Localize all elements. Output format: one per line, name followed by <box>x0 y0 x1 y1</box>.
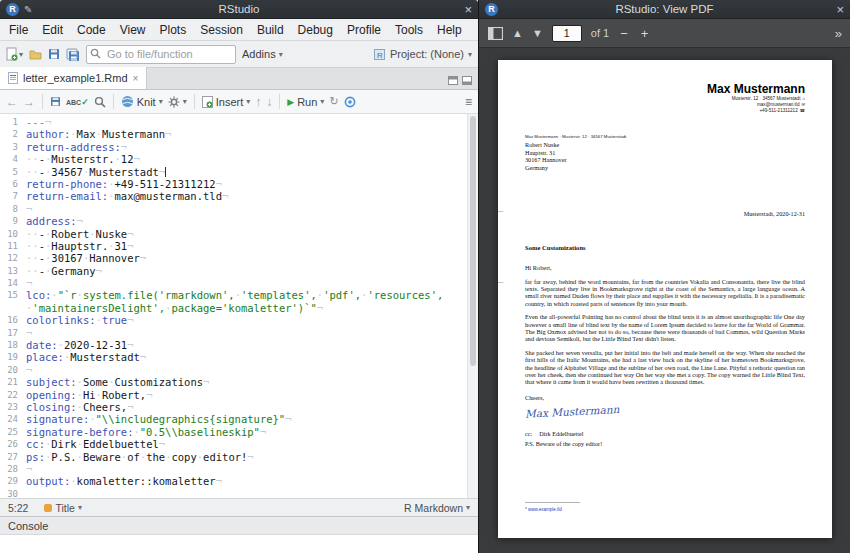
tab-letter-example1[interactable]: letter_example1.Rmd × <box>0 67 147 89</box>
insert-chunk-button[interactable]: Insert ▾ <box>202 96 251 108</box>
save-doc-button[interactable] <box>50 96 61 107</box>
code-text: colorlinks:·true¬ <box>26 314 134 326</box>
rmd-file-icon <box>8 72 18 84</box>
menu-help[interactable]: Help <box>430 23 469 37</box>
more-tools-icon[interactable]: » <box>835 26 841 41</box>
menu-code[interactable]: Code <box>70 23 113 37</box>
new-file-button[interactable]: ▾ <box>6 47 23 61</box>
magnifier-icon <box>94 96 106 108</box>
open-file-button[interactable] <box>29 49 42 60</box>
knit-button[interactable]: Knit ▾ <box>121 95 163 108</box>
zoom-in-button[interactable]: + <box>639 26 651 41</box>
code-text: ¬ <box>26 364 32 376</box>
code-line: 9address:¬ <box>0 215 467 227</box>
settings-button[interactable]: ▾ <box>168 96 187 108</box>
line-number: 28 <box>0 463 26 475</box>
close-pdf-window-button[interactable]: × <box>836 3 844 16</box>
minimize-pane-icon[interactable] <box>448 76 458 85</box>
editor-tabbar: letter_example1.Rmd × <box>0 68 478 90</box>
line-number: 7 <box>0 190 26 202</box>
cc-value: Dirk Eddelbuettel <box>539 430 583 437</box>
menu-debug[interactable]: Debug <box>291 23 340 37</box>
page-number-input[interactable] <box>552 25 582 42</box>
menu-tools[interactable]: Tools <box>388 23 430 37</box>
console-body[interactable] <box>0 535 478 553</box>
letter-footnote: * www.example.tld <box>525 502 580 513</box>
line-number: 8 <box>0 203 26 215</box>
spellcheck-button[interactable]: ABC✓ <box>66 97 89 107</box>
code-text: ··-·30167·Hannover¬ <box>26 252 146 264</box>
code-text: ··-·Germany¬ <box>26 265 102 277</box>
scrollbar-thumb[interactable] <box>470 116 476 366</box>
line-number: 17 <box>0 327 26 339</box>
fold-mark <box>498 282 504 283</box>
publish-button[interactable] <box>344 96 356 108</box>
folder-icon <box>29 49 42 60</box>
cc-label: cc: <box>525 430 532 437</box>
back-icon[interactable]: ← <box>6 95 18 109</box>
zoom-out-button[interactable]: − <box>618 26 630 41</box>
goto-file-search[interactable] <box>86 44 236 64</box>
code-line: 4··-·Musterstr.·12¬ <box>0 153 467 165</box>
recipient-line: Hauptstr. 31 <box>525 149 805 157</box>
next-chunk-icon[interactable]: ↓ <box>266 95 272 109</box>
menu-view[interactable]: View <box>113 23 153 37</box>
section-navigator[interactable]: Title ▾ <box>44 502 81 514</box>
section-icon <box>44 504 52 512</box>
menu-plots[interactable]: Plots <box>153 23 194 37</box>
code-text: signature:·"\\includegraphics{signature}… <box>26 413 292 425</box>
insert-label: Insert <box>216 96 244 108</box>
editor-scrollbar[interactable] <box>467 114 478 498</box>
console-header[interactable]: Console <box>0 516 478 535</box>
tab-close-icon[interactable]: × <box>133 73 139 84</box>
forward-icon[interactable]: → <box>23 95 35 109</box>
letter-ps-line: P.S. Beware of the copy editor! <box>525 440 805 448</box>
line-number: 9 <box>0 215 26 227</box>
code-text: ps:·P.S.·Beware·of·the·copy·editor!¬ <box>26 451 254 463</box>
find-replace-button[interactable] <box>94 96 106 108</box>
menu-file[interactable]: File <box>2 23 35 37</box>
save-all-button[interactable] <box>66 48 80 61</box>
letter-body: far far away, behind the word mountains,… <box>525 278 805 386</box>
maximize-pane-icon[interactable] <box>462 76 472 85</box>
rerun-icon[interactable]: ↻ <box>329 95 338 108</box>
section-label: Title <box>55 502 74 514</box>
addins-button[interactable]: Addins ▾ <box>242 48 283 60</box>
code-editor[interactable]: 1---¬2author:·Max·Mustermann¬3return-add… <box>0 114 478 498</box>
previous-page-icon[interactable]: ▲ <box>512 27 523 39</box>
pencil-icon: ✎ <box>24 4 32 15</box>
toggle-sidebar-icon[interactable] <box>488 27 503 40</box>
prev-chunk-icon[interactable]: ↑ <box>255 95 261 109</box>
page-count-label: of 1 <box>591 27 609 39</box>
project-selector[interactable]: R Project: (None) ▾ <box>373 48 472 61</box>
code-line: 18date:·2020-12-31¬ <box>0 339 467 351</box>
goto-file-input[interactable] <box>86 45 236 64</box>
menu-edit[interactable]: Edit <box>35 23 70 37</box>
tab-label: letter_example1.Rmd <box>23 72 128 84</box>
letter-paragraph: Even the all-powerful Pointing has no co… <box>525 313 805 343</box>
code-line: 30 <box>0 488 467 498</box>
outline-toggle-icon[interactable]: ≡ <box>465 95 472 109</box>
code-line: 1---¬ <box>0 116 467 128</box>
run-button[interactable]: ▶ Run ▾ <box>287 96 324 108</box>
right-titlebar[interactable]: R RStudio: View PDF × <box>479 0 850 19</box>
left-titlebar[interactable]: R ✎ RStudio × <box>0 0 478 19</box>
pdf-viewport[interactable]: Max Mustermann Musterstr. 12 · 34567 Mus… <box>479 48 850 553</box>
publish-icon <box>344 96 356 108</box>
dropdown-caret-icon: ▾ <box>246 97 250 106</box>
menu-profile[interactable]: Profile <box>340 23 388 37</box>
code-text: ¬ <box>26 327 32 339</box>
line-number: 12 <box>0 252 26 264</box>
close-window-button[interactable]: × <box>464 3 472 16</box>
code-text: ---¬ <box>26 116 51 128</box>
sender-contact-line: +49-511-21311212☎ <box>525 108 805 114</box>
recipient-line: 30167 Hannover <box>525 157 805 165</box>
menu-build[interactable]: Build <box>250 23 291 37</box>
next-page-icon[interactable]: ▼ <box>532 27 543 39</box>
save-button[interactable] <box>48 48 60 60</box>
code-line: 12··-·30167·Hannover¬ <box>0 252 467 264</box>
footnote-link[interactable]: * www.example.tld <box>525 507 562 512</box>
menu-session[interactable]: Session <box>193 23 250 37</box>
knit-yarn-icon <box>121 95 134 108</box>
file-type-selector[interactable]: R Markdown ▾ <box>404 502 470 514</box>
